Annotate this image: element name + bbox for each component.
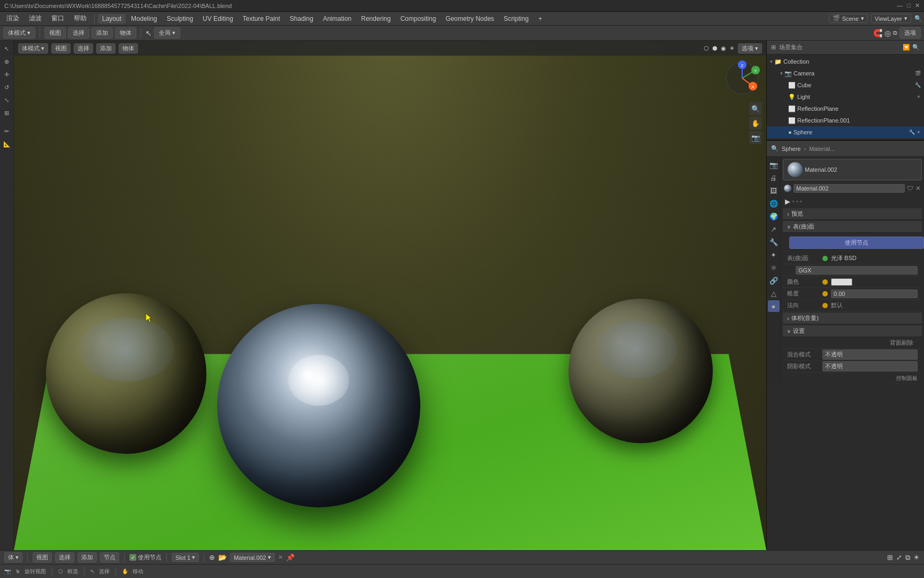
shield-icon[interactable]: 🛡 [907,185,913,192]
tab-rendering[interactable]: Rendering [357,14,395,24]
tree-item-reflplane2[interactable]: ⬜ ReflectionPlane.001 [767,115,924,126]
maximize-btn[interactable]: □ [907,2,911,9]
distribution-input[interactable]: GGX [796,266,918,275]
material-name-input[interactable]: Material.002 [794,184,905,193]
tab-modeling[interactable]: Modeling [127,14,161,24]
shader-type[interactable]: 光泽 BSD [831,254,918,262]
outliner-search-icon[interactable]: 🔍 [912,44,920,51]
shadow-mode-input[interactable]: 不透明 [822,361,918,371]
scene-props-icon[interactable]: 🌐 [768,197,780,209]
new-material-icon[interactable]: ⊕ [209,553,215,561]
zoom-fit-icon[interactable]: ⤢ [896,553,902,561]
tree-item-collection[interactable]: ▾ 📁 Collection [767,56,924,67]
transform-tool[interactable]: ⊞ [1,107,13,119]
volume-section-header[interactable]: › 体积(音量) [783,313,922,324]
viewlayer-dropdown[interactable]: ViewLayer ▾ [871,14,911,23]
pivot-dropdown[interactable]: 全局 ▾ [154,27,180,39]
physics-props-icon[interactable]: ⚛ [768,262,780,273]
constraints-props-icon[interactable]: 🔗 [768,275,780,286]
object-props-icon[interactable]: ↗ [768,223,780,235]
menu-filter[interactable]: 滤波 [25,13,46,24]
view-props-icon[interactable]: 🖼 [768,185,780,196]
close-material-icon[interactable]: ✕ [915,185,921,192]
tab-scripting[interactable]: Scripting [499,14,533,24]
roughness-input[interactable]: 0.00 [831,290,918,298]
nav-gizmo[interactable]: Z Y X [723,59,761,97]
vp-shading-render[interactable]: ☀ [729,45,735,52]
vp-shading-wireframe[interactable]: ⬡ [704,45,709,52]
use-nodes-button[interactable]: 使用节点 [789,237,924,249]
tab-animation[interactable]: Animation [319,14,356,24]
material-close-icon[interactable]: ✕ [278,554,283,561]
rotate-tool[interactable]: ↺ [1,81,13,93]
menu-help[interactable]: 帮助 [70,13,91,24]
vp-shading-solid[interactable]: ⬢ [712,45,718,52]
search-icon[interactable]: 🔍 [914,15,922,22]
settings-section-header[interactable]: 设置 [783,325,922,337]
tab-geometry-nodes[interactable]: Geometry Nodes [441,14,498,24]
tree-item-reflplane1[interactable]: ⬜ ReflectionPlane [767,103,924,115]
add-menu[interactable]: 添加 [91,27,113,39]
move-tool[interactable]: ✛ [1,69,13,80]
pan-icon[interactable]: ✋ [749,117,762,130]
snap-toggle[interactable]: 🧲 [873,29,882,37]
bottom-mode-dropdown[interactable]: 体 ▾ [4,552,22,562]
color-swatch[interactable] [831,278,852,286]
tree-item-light[interactable]: 💡 Light ☀ [767,91,924,103]
camera-icon[interactable]: 📷 [749,131,762,144]
select-tool[interactable]: ↖ [1,43,13,55]
bottom-add-menu[interactable]: 添加 [78,552,97,562]
menu-render[interactable]: 渲染 [2,13,24,24]
world-props-icon[interactable]: 🌍 [768,210,780,222]
tree-item-cube[interactable]: ⬜ Cube 🔧 [767,79,924,91]
vp-shading-material[interactable]: ◉ [721,45,726,52]
tab-texture-paint[interactable]: Texture Paint [238,14,284,24]
props-search-icon[interactable]: 🔍 [771,145,779,152]
vp-object-menu[interactable]: 物体 [119,43,138,54]
bottom-node-menu[interactable]: 节点 [100,552,119,562]
play-icon[interactable]: ▶ [785,197,790,206]
slot-dropdown[interactable]: Slot 1 ▾ [172,553,199,562]
cursor-tool-icon[interactable]: ↖ [145,29,152,37]
minimize-btn[interactable]: — [897,2,903,9]
tab-compositing[interactable]: Compositing [396,14,441,24]
display-options-icon[interactable]: ⧉ [905,553,910,562]
bottom-select-menu[interactable]: 选择 [55,552,74,562]
render-props-icon[interactable]: 📷 [768,159,780,171]
tab-layout[interactable]: Layout [98,14,126,24]
pin-icon[interactable]: 📌 [286,553,295,561]
tab-sculpting[interactable]: Sculpting [163,14,197,24]
tree-item-camera[interactable]: ▾ 📷 Camera 🎬 [767,67,924,79]
bottom-view-menu[interactable]: 视图 [33,552,52,562]
tree-item-sphere[interactable]: ● Sphere 🔧 ✦ [767,126,924,138]
outliner-filter-icon[interactable]: 🔽 [903,44,910,51]
select-menu[interactable]: 选择 [68,27,89,39]
color-dot[interactable] [822,279,828,285]
menu-window[interactable]: 窗口 [47,13,68,24]
vp-add-menu[interactable]: 添加 [96,43,116,54]
add-workspace-btn[interactable]: + [534,14,546,24]
proportional-edit[interactable]: ◎ [884,29,891,37]
output-props-icon[interactable]: 🖨 [768,172,780,184]
roughness-dot[interactable] [822,291,828,296]
particles-props-icon[interactable]: ✦ [768,249,780,261]
snap-to-grid-icon[interactable]: ⊞ [887,553,893,561]
tab-uv-editing[interactable]: UV Editing [198,14,237,24]
data-props-icon[interactable]: △ [768,287,780,299]
zoom-in-icon[interactable]: 🔍 [749,102,762,115]
vp-select-menu[interactable]: 选择 [74,43,93,54]
use-nodes-checkbox[interactable] [129,554,136,561]
overlay-dropdown[interactable]: ⧉ [893,29,897,36]
open-material-icon[interactable]: 📂 [218,553,227,561]
options-btn[interactable]: 选项 [899,27,921,39]
mode-dropdown[interactable]: 体模式 ▾ [3,27,35,39]
close-btn[interactable]: ✕ [915,2,920,9]
use-nodes-toggle[interactable]: 使用节点 [129,553,161,561]
blend-mode-input[interactable]: 不透明 [822,349,918,360]
object-menu[interactable]: 物体 [115,27,136,39]
vp-view-menu[interactable]: 视图 [51,43,71,54]
material-props-icon[interactable]: ● [768,300,780,312]
vp-options-dropdown[interactable]: 选项 ▾ [738,43,762,54]
annotate-tool[interactable]: ✏ [1,125,13,137]
modifier-props-icon[interactable]: 🔧 [768,236,780,248]
